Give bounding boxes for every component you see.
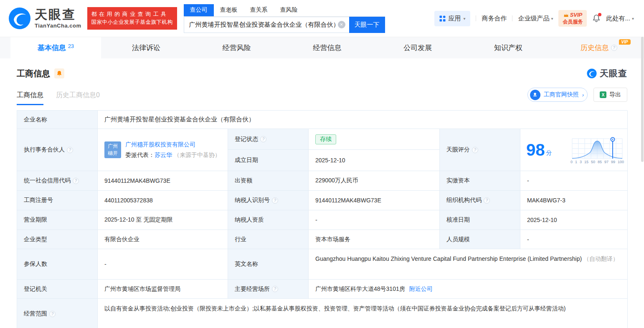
divider: [476, 15, 476, 21]
field-label-english-name: 英文名称: [228, 249, 309, 280]
score-distribution-chart[interactable]: 01 315 5085 9799 100: [570, 136, 624, 164]
help-icon[interactable]: ?: [73, 178, 79, 184]
field-value-score: 98 分: [520, 129, 628, 171]
partner-avatar[interactable]: 广州 穗开: [104, 141, 121, 158]
field-value-reg-authority: 广州市黄埔区市场监督管理局: [98, 280, 228, 299]
tab-label: 经营风险: [223, 43, 251, 53]
field-label-taxpayer-id: 纳税人识别号 ?: [228, 191, 309, 210]
rep-label: 委派代表：: [125, 151, 155, 158]
score-number: 98: [526, 141, 545, 158]
tianyancha-company-page: 天眼查 TianYanCha.com 都在用的商业查询工具 国家中小企业发展子基…: [0, 0, 644, 328]
logo-swirl-icon: [587, 68, 597, 78]
tab-company-development[interactable]: 公司发展: [373, 37, 463, 58]
help-icon[interactable]: ?: [484, 197, 490, 204]
official-snapshot-button[interactable]: 工商官网快照 ›: [527, 88, 588, 102]
tab-operation-info[interactable]: 经营信息: [282, 37, 373, 58]
field-label-taxpayer-quality: 纳税人资质: [228, 210, 309, 230]
logo-swirl-icon: [8, 7, 31, 30]
caret-down-icon: ▾: [463, 16, 465, 21]
stamp-icon: [530, 90, 540, 100]
help-icon[interactable]: ?: [49, 311, 56, 317]
company-nav-tabs: 基本信息 23 法律诉讼 经营风险 经营信息 公司发展 知识产权 VIP 历史信…: [0, 37, 644, 58]
search-button[interactable]: 天眼一下: [349, 17, 385, 33]
clear-icon[interactable]: ×: [338, 21, 345, 28]
field-value-business-site: 广州市黄埔区科学大道48号3101房 附近公司: [309, 280, 628, 299]
brand-slogan-banner: 都在用的商业查询工具 国家中小企业发展子基金旗下机构: [87, 7, 177, 30]
tab-history-info[interactable]: VIP 历史信息 ?: [553, 37, 644, 58]
help-icon[interactable]: ?: [272, 197, 278, 204]
field-value-staff-size: -: [520, 230, 628, 249]
field-label-insured-count: 参保人数: [17, 249, 98, 280]
field-value-business-term: 2025-12-10 至 无固定期限: [98, 210, 228, 230]
field-label-establish-date: 成立日期: [228, 150, 309, 171]
apps-button[interactable]: 应用 ▾: [434, 11, 470, 26]
svip-member-button[interactable]: SVIP 会员服务: [558, 10, 587, 26]
top-header: 天眼查 TianYanCha.com 都在用的商业查询工具 国家中小企业发展子基…: [0, 0, 644, 37]
tab-operation-risk[interactable]: 经营风险: [191, 37, 282, 58]
tab-legal-litigation[interactable]: 法律诉讼: [101, 37, 192, 58]
field-label-business-site: 主要经营场所 ?: [228, 280, 309, 299]
notification-bell[interactable]: [592, 14, 601, 23]
field-label-business-term: 营业期限: [17, 210, 98, 230]
field-label-org-code: 组织机构代码 ?: [440, 191, 520, 210]
field-label-reg-authority: 登记机关: [17, 280, 98, 299]
search-tab-risk[interactable]: 查风险: [274, 4, 304, 16]
business-cooperation-link[interactable]: 商务合作: [482, 15, 507, 23]
search-input[interactable]: [184, 21, 349, 28]
field-value-insured-count: -: [98, 249, 228, 280]
status-badge: 存续: [315, 134, 336, 144]
help-icon[interactable]: ?: [272, 286, 278, 292]
export-button[interactable]: X 导出: [593, 88, 627, 102]
slogan-line-1: 都在用的商业查询工具: [91, 10, 173, 18]
svip-label: SVIP: [570, 12, 583, 18]
main-content: 工商信息 天眼查 工商信息: [0, 68, 644, 328]
apps-grid-icon: [439, 15, 446, 22]
field-value-contribution: 229000万人民币: [309, 171, 440, 191]
search-tab-boss[interactable]: 查老板: [214, 4, 244, 16]
export-label: 导出: [609, 91, 621, 98]
field-label-company-name: 企业名称: [17, 111, 98, 129]
user-name: 此处有...: [606, 15, 630, 23]
help-icon[interactable]: ?: [260, 136, 266, 142]
arrow-right-icon: ›: [582, 92, 584, 98]
divider: [512, 15, 512, 21]
field-label-score: 天眼评分 ?: [440, 129, 520, 171]
monitor-bell-icon[interactable]: [54, 68, 64, 78]
field-value-company-type: 有限合伙企业: [98, 230, 228, 249]
field-label-company-type: 企业类型: [17, 230, 98, 249]
subtab-history-business-info[interactable]: 历史工商信息0: [56, 91, 100, 105]
scrollbar-thumb[interactable]: [641, 37, 644, 162]
search-tab-company[interactable]: 查公司: [184, 4, 214, 16]
rep-name-link[interactable]: 苏云华: [155, 151, 172, 158]
tab-label: 公司发展: [403, 43, 432, 53]
field-value-reg-status: 存续: [309, 129, 440, 150]
search-tab-relation[interactable]: 查关系: [244, 4, 274, 16]
score-chart-ticks: 01 315 5085 9799 100: [570, 160, 624, 164]
field-value-reg-no: 440112005372838: [98, 191, 228, 210]
score-unit: 分: [546, 149, 552, 157]
help-icon[interactable]: ?: [67, 147, 73, 153]
partner-company-link[interactable]: 广州穗开股权投资有限公司: [125, 141, 195, 148]
field-label-approval-date: 核准日期: [440, 210, 520, 230]
field-label-paid-capital: 实缴资本: [440, 171, 520, 191]
subtab-business-info[interactable]: 工商信息: [17, 91, 43, 105]
help-icon[interactable]: ?: [472, 147, 478, 153]
field-label-staff-size: 人员规模: [440, 230, 520, 249]
tab-label: 历史信息: [581, 43, 609, 53]
field-label-industry: 行业: [228, 230, 309, 249]
tab-intellectual-property[interactable]: 知识产权: [463, 37, 554, 58]
excel-icon: X: [600, 91, 606, 98]
tab-label: 经营信息: [313, 43, 342, 53]
user-menu[interactable]: 此处有... ▾: [606, 15, 634, 23]
field-label-business-scope: 经营范围 ?: [17, 299, 98, 328]
tab-basic-info[interactable]: 基本信息 23: [10, 37, 101, 58]
enterprise-products-link[interactable]: 企业级产品 ▾: [518, 15, 553, 23]
tianyancha-logo[interactable]: 天眼查 TianYanCha.com: [8, 7, 81, 30]
help-icon[interactable]: ?: [611, 45, 617, 51]
field-value-business-scope: 以自有资金从事投资活动;创业投资（限投资未上市企业）;以私募基金从事股权投资、投…: [98, 299, 628, 328]
search-block: 查公司 查老板 查关系 查风险 × 天眼一下: [184, 4, 385, 33]
tab-label: 知识产权: [494, 43, 522, 53]
tab-label: 基本信息: [38, 43, 66, 53]
nearby-companies-link[interactable]: 附近公司: [409, 285, 433, 293]
field-value-taxpayer-id: 91440112MAK4BWG73E: [309, 191, 440, 210]
